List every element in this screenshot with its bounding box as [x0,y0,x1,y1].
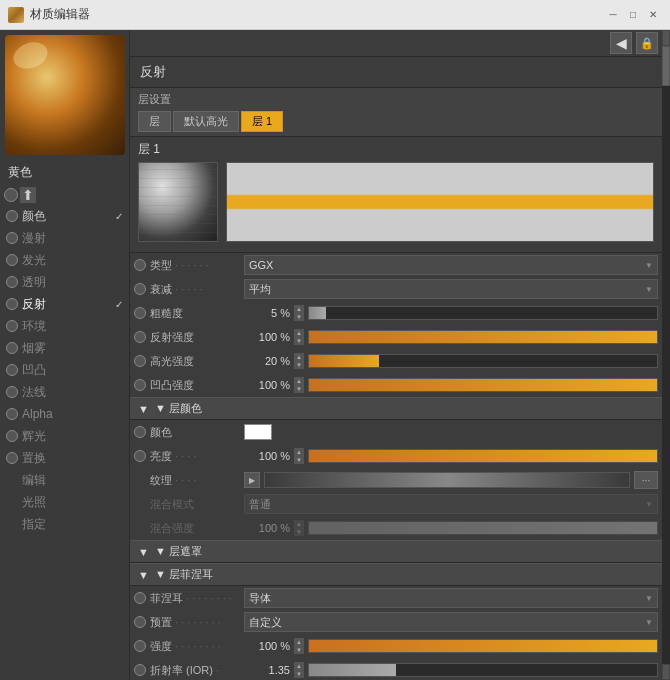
lock-icon[interactable]: 🔒 [636,32,658,54]
bump-dot[interactable] [134,379,146,391]
channel-item-alpha[interactable]: Alpha [0,403,129,425]
blend-opacity-value: 100 % [244,522,290,534]
channel-dot[interactable] [6,320,18,332]
texture-arrow-icon[interactable]: ▶ [244,472,260,488]
fresnel-dot[interactable] [134,592,146,604]
brightness-slider[interactable] [308,449,658,463]
channel-item-bump[interactable]: 凹凸 [0,359,129,381]
strength-down[interactable]: ▼ [294,646,304,654]
highlight-label: 高光强度 [150,354,240,369]
subsection-layer-color[interactable]: ▼ ▼ 层颜色 [130,397,662,420]
tab-layer1[interactable]: 层 1 [241,111,283,132]
blend-opacity-slider[interactable] [308,521,658,535]
blend-opacity-stepper[interactable]: ▲ ▼ [294,520,304,536]
brightness-down[interactable]: ▼ [294,456,304,464]
strength-slider[interactable] [308,639,658,653]
channel-item-edit[interactable]: 编辑 [0,469,129,491]
highlight-stepper[interactable]: ▲ ▼ [294,353,304,369]
subsection-fresnel[interactable]: ▼ ▼ 层菲涅耳 [130,563,662,586]
scrollbar-up-btn[interactable] [662,30,670,46]
roughness-stepper[interactable]: ▲ ▼ [294,305,304,321]
roughness-up[interactable]: ▲ [294,305,304,313]
tab-layer[interactable]: 层 [138,111,171,132]
highlight-slider[interactable] [308,354,658,368]
channel-dot[interactable] [6,342,18,354]
bump-stepper[interactable]: ▲ ▼ [294,377,304,393]
tab-default-highlight[interactable]: 默认高光 [173,111,239,132]
close-button[interactable]: ✕ [644,6,662,24]
blend-mode-dropdown[interactable]: 普通 ▼ [244,494,658,514]
ior-down[interactable]: ▼ [294,670,304,678]
channel-item-env[interactable]: 环境 [0,315,129,337]
bump-up[interactable]: ▲ [294,377,304,385]
preset-dropdown[interactable]: 自定义 ▼ [244,612,658,632]
channel-dot[interactable] [6,386,18,398]
channel-item-normal[interactable]: 法线 [0,381,129,403]
scrollbar[interactable] [662,30,670,680]
roughness-down[interactable]: ▼ [294,313,304,321]
scrollbar-thumb[interactable] [662,46,670,86]
reflection-up[interactable]: ▲ [294,329,304,337]
brightness-up[interactable]: ▲ [294,448,304,456]
subsection-layer-mask[interactable]: ▼ ▼ 层遮罩 [130,540,662,563]
highlight-down[interactable]: ▼ [294,361,304,369]
roughness-dot[interactable] [134,307,146,319]
texture-dots-button[interactable]: ··· [634,471,658,489]
strength-dot[interactable] [134,640,146,652]
channel-item-glow2[interactable]: 辉光 [0,425,129,447]
highlight-up[interactable]: ▲ [294,353,304,361]
channel-dot[interactable] [6,364,18,376]
ior-dot[interactable] [134,664,146,676]
channel-item-glow[interactable]: 发光 [0,249,129,271]
type-dot[interactable] [134,259,146,271]
texture-bar[interactable] [264,472,630,488]
channel-dot[interactable] [6,430,18,442]
channel-item-diffuse[interactable]: 漫射 [0,227,129,249]
reflection-down[interactable]: ▼ [294,337,304,345]
maximize-button[interactable]: □ [624,6,642,24]
bump-slider[interactable] [308,378,658,392]
channel-item-light[interactable]: 光照 [0,491,129,513]
reflection-slider[interactable] [308,330,658,344]
channel-item-transparent[interactable]: 透明 [0,271,129,293]
channel-item-displace[interactable]: 置换 [0,447,129,469]
channel-item-assign[interactable]: 指定 [0,513,129,535]
channel-dot[interactable] [6,276,18,288]
channel-dot[interactable] [6,232,18,244]
prop-row-bump: 凹凸强度 100 % ▲ ▼ [130,373,662,397]
fresnel-dropdown[interactable]: 导体 ▼ [244,588,658,608]
ior-slider[interactable] [308,663,658,677]
decay-dropdown[interactable]: 平均 ▼ [244,279,658,299]
fresnel-label: ▼ 层菲涅耳 [155,567,213,582]
color-dot[interactable] [134,426,146,438]
bump-down[interactable]: ▼ [294,385,304,393]
cursor-icon[interactable]: ⬆ [20,187,36,203]
preset-dot[interactable] [134,616,146,628]
brightness-dot[interactable] [134,450,146,462]
channel-item-color[interactable]: 颜色 ✓ [0,205,129,227]
highlight-dot[interactable] [134,355,146,367]
strength-up[interactable]: ▲ [294,638,304,646]
minimize-button[interactable]: ─ [604,6,622,24]
reflection-dot[interactable] [134,331,146,343]
scrollbar-down-btn[interactable] [662,664,670,680]
roughness-slider[interactable] [308,306,658,320]
channel-dot[interactable] [6,210,18,222]
reflection-stepper[interactable]: ▲ ▼ [294,329,304,345]
color-swatch[interactable] [244,424,272,440]
channel-dot[interactable] [6,254,18,266]
ior-up[interactable]: ▲ [294,662,304,670]
arrow-left-icon[interactable]: ◀ [610,32,632,54]
strength-stepper[interactable]: ▲ ▼ [294,638,304,654]
blend-opacity-down[interactable]: ▼ [294,528,304,536]
channel-item-reflect[interactable]: 反射 ✓ [0,293,129,315]
brightness-stepper[interactable]: ▲ ▼ [294,448,304,464]
channel-item-fog[interactable]: 烟雾 [0,337,129,359]
channel-dot[interactable] [6,298,18,310]
decay-dot[interactable] [134,283,146,295]
type-dropdown[interactable]: GGX ▼ [244,255,658,275]
channel-dot[interactable] [6,408,18,420]
blend-opacity-up[interactable]: ▲ [294,520,304,528]
ior-stepper[interactable]: ▲ ▼ [294,662,304,678]
channel-dot[interactable] [6,452,18,464]
